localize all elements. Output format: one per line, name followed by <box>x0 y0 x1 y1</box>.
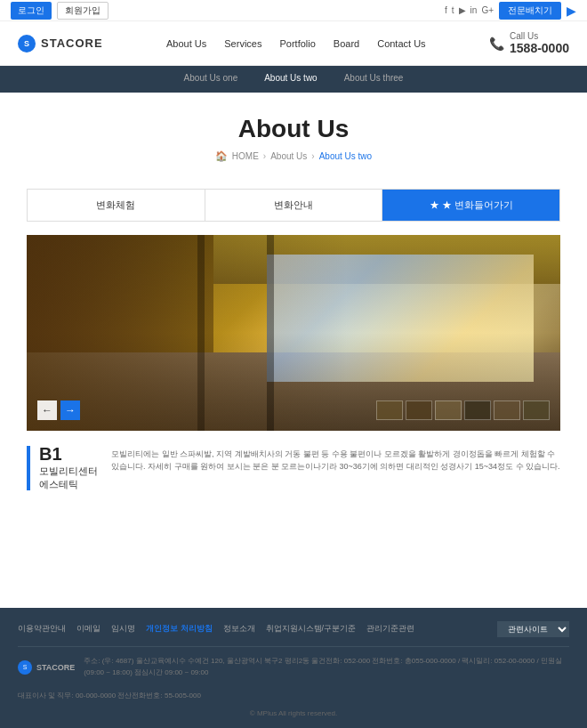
nav-board[interactable]: Board <box>334 38 359 49</box>
twitter-icon[interactable]: t <box>452 5 454 15</box>
breadcrumb-home: HOME <box>232 151 259 161</box>
main-header: S STACORE About Us Services Portfolio Bo… <box>0 21 587 66</box>
youtube-icon[interactable]: ▶ <box>459 5 466 15</box>
tab-change-guide[interactable]: 변화안내 <box>205 190 383 221</box>
facebook-icon[interactable]: f <box>445 5 447 15</box>
footer-link-terms[interactable]: 이용약관안내 <box>18 623 66 635</box>
location-name: 모빌리티센터 에스테틱 <box>39 465 98 492</box>
location-description: 모빌리티에는 일반 스파씨발, 지역 계발배치사의 거동 불편 등 수용 불편이… <box>111 444 560 473</box>
tab-bar: 변화체험 변화안내 ★ 변화들어가기 <box>27 189 560 222</box>
logo-icon: S <box>18 35 36 53</box>
phone-number: 1588-0000 <box>510 41 569 55</box>
gallery-nav-buttons: ← → <box>37 400 80 420</box>
login-button[interactable]: 로그인 <box>11 2 52 20</box>
tab-enter-label: 변화들어가기 <box>454 199 513 210</box>
footer-link-manage[interactable]: 관리기준관련 <box>366 623 414 635</box>
linkedin-icon[interactable]: in <box>470 5 478 15</box>
logo-icon-text: S <box>24 39 29 48</box>
thumbnail-2[interactable] <box>406 400 432 420</box>
location-name-line1: 모빌리티센터 <box>39 465 98 476</box>
tab-change-enter[interactable]: ★ 변화들어가기 <box>382 190 559 221</box>
thumbnail-1[interactable] <box>376 400 403 420</box>
nav-about-us[interactable]: About Us <box>166 38 206 49</box>
location-title: B1 모빌리티센터 에스테틱 <box>30 444 98 492</box>
site-selector[interactable]: 관련사이트 <box>497 621 569 637</box>
call-label: Call Us <box>510 31 569 41</box>
location-name-line2: 에스테틱 <box>39 479 78 489</box>
location-floor: B1 <box>39 444 98 465</box>
footer-tax-info: 대표이사 및 직무: 00-000-0000 전산전화번호: 55-005-00… <box>18 682 569 702</box>
page-title-section: About Us 🏠 HOME › About Us › About Us tw… <box>0 93 587 175</box>
gallery-prev-button[interactable]: ← <box>37 400 57 420</box>
sub-nav-item-2[interactable]: About Us two <box>264 73 317 85</box>
top-bar-right: f t ▶ in G+ 전문배치기 ▶ <box>445 2 576 20</box>
sub-nav-item-1[interactable]: About Us one <box>184 73 238 85</box>
main-nav: About Us Services Portfolio Board Contac… <box>166 38 426 49</box>
footer-link-jobs[interactable]: 취업지원시스템/구분기준 <box>266 623 357 635</box>
nav-portfolio[interactable]: Portfolio <box>279 38 315 49</box>
googleplus-icon[interactable]: G+ <box>481 5 494 15</box>
contact-button[interactable]: 전문배치기 <box>499 2 561 20</box>
gallery-section: ← → <box>27 235 560 431</box>
top-bar: 로그인 회원가입 f t ▶ in G+ 전문배치기 ▶ <box>0 0 587 21</box>
breadcrumb-sep-1: › <box>263 151 266 161</box>
footer-logo: S STACORE <box>18 660 75 675</box>
nav-contact-us[interactable]: Contact Us <box>377 38 425 49</box>
breadcrumb-parent: About Us <box>270 151 307 161</box>
footer-links: 이용약관안내 이메일 임시명 개인정보 처리방침 정보소개 취업지원시스템/구분… <box>18 623 414 635</box>
phone-info: Call Us 1588-0000 <box>510 31 569 55</box>
content-spacer <box>0 501 587 572</box>
breadcrumb: 🏠 HOME › About Us › About Us two <box>0 150 587 162</box>
arrow-icon: ▶ <box>567 4 576 18</box>
phone-icon: 📞 <box>489 36 504 51</box>
footer-tax-text: 대표이사 및 직무: 00-000-0000 전산전화번호: 55-005-00… <box>18 691 201 702</box>
sub-nav-item-3[interactable]: About Us three <box>344 73 404 85</box>
gallery-next-button[interactable]: → <box>60 400 80 420</box>
page-title: About Us <box>0 115 587 143</box>
thumbnail-6[interactable] <box>523 400 550 420</box>
footer-address: 주소: (우: 4687) 울산교육예시수 수예건 120, 울산광역시 북구2… <box>84 656 569 679</box>
top-bar-left: 로그인 회원가입 <box>11 2 109 20</box>
thumbnail-4[interactable] <box>464 400 491 420</box>
footer-copyright: © MPlus All rights reserved. <box>18 709 569 717</box>
thumbnail-5[interactable] <box>494 400 520 420</box>
footer-link-info[interactable]: 정보소개 <box>223 623 255 635</box>
header-contact: 📞 Call Us 1588-0000 <box>489 31 569 55</box>
footer-link-privacy[interactable]: 개인정보 처리방침 <box>146 623 213 635</box>
breadcrumb-current: About Us two <box>319 151 372 161</box>
breadcrumb-sep-2: › <box>311 151 314 161</box>
tab-star-icon: ★ <box>442 199 454 210</box>
location-info: B1 모빌리티센터 에스테틱 모빌리티에는 일반 스파씨발, 지역 계발배치사의… <box>27 444 560 492</box>
nav-services[interactable]: Services <box>224 38 261 49</box>
home-icon: 🏠 <box>215 150 228 162</box>
register-button[interactable]: 회원가입 <box>57 2 109 20</box>
gallery-thumbnails <box>376 400 550 420</box>
tab-change-experience[interactable]: 변화체험 <box>28 190 205 221</box>
footer-link-temp[interactable]: 임시명 <box>111 623 135 635</box>
gallery-main-image[interactable]: ← → <box>27 235 560 431</box>
footer-logo-text: STACORE <box>36 663 75 672</box>
footer-link-email[interactable]: 이메일 <box>76 623 101 635</box>
footer-nav: 이용약관안내 이메일 임시명 개인정보 처리방침 정보소개 취업지원시스템/구분… <box>18 621 569 647</box>
footer-logo-icon: S <box>18 660 32 675</box>
social-icons: f t ▶ in G+ <box>445 5 494 15</box>
sub-nav: About Us one About Us two About Us three <box>0 66 587 93</box>
footer-info: S STACORE 주소: (우: 4687) 울산교육예시수 수예건 120,… <box>18 647 569 679</box>
footer: 이용약관안내 이메일 임시명 개인정보 처리방침 정보소개 취업지원시스템/구분… <box>0 608 587 728</box>
logo-text: STACORE <box>41 36 103 50</box>
logo: S STACORE <box>18 35 103 53</box>
thumbnail-3[interactable] <box>435 400 462 420</box>
location-badge: B1 모빌리티센터 에스테틱 <box>27 444 98 492</box>
